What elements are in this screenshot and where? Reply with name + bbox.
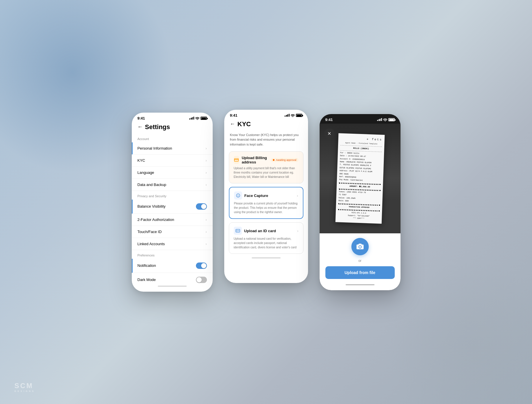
- kyc-status-bar: 9:41: [224, 110, 308, 119]
- back-arrow-icon[interactable]: ←: [138, 124, 143, 130]
- receipt-service: BILLS (IBEDC): [340, 146, 382, 151]
- id-card-title: Upload an ID card: [244, 229, 276, 233]
- billing-card-desc: Upload a utility payment bill that's not…: [234, 166, 299, 179]
- settings-phone: 9:41 ← Settings Account Personal Inform: [132, 113, 213, 292]
- settings-item-notification[interactable]: Notification: [132, 259, 213, 273]
- camera-battery-icon: .camera-phone .battery-icon::before { ba…: [388, 118, 395, 121]
- settings-status-icons: [189, 117, 207, 120]
- svg-point-2: [236, 194, 240, 197]
- face-card-desc: Please provide a current photo of yourse…: [234, 201, 298, 214]
- 2fa-chevron: ›: [205, 217, 207, 222]
- preferences-section-label: Preferences: [132, 250, 213, 259]
- privacy-section-label: Privacy and Security: [132, 191, 213, 200]
- upload-btn-label: Upload from file: [344, 270, 375, 275]
- kyc-card-upload-id[interactable]: Upload an ID card › Upload a national is…: [229, 222, 303, 254]
- kyc-back-arrow-icon[interactable]: ←: [230, 121, 235, 127]
- branding: SCM DESIGNS: [14, 382, 35, 392]
- data-backup-label: Data and Backup: [138, 183, 166, 187]
- personal-info-chevron: ›: [205, 146, 207, 150]
- kyc-status-icons: [285, 114, 302, 117]
- camera-status-icons: .camera-phone .battery-icon::before { ba…: [377, 118, 395, 121]
- balance-visibility-label: Balance Visibility: [138, 204, 166, 208]
- dark-mode-toggle[interactable]: [196, 277, 207, 283]
- settings-item-linked-accounts[interactable]: Linked Accounts ›: [132, 238, 213, 250]
- camera-icon: [356, 243, 364, 250]
- svg-point-4: [238, 195, 239, 196]
- settings-header: ← Settings: [132, 122, 213, 134]
- touch-face-id-chevron: ›: [205, 230, 207, 234]
- settings-title: Settings: [145, 123, 170, 131]
- svg-point-9: [359, 245, 361, 248]
- id-card-icon: [234, 227, 242, 235]
- kyc-signal-icon: [285, 114, 290, 117]
- battery-icon: [201, 117, 207, 120]
- camera-preview-area: ✈ fets Agent Name - Fintalend Template B…: [320, 124, 401, 233]
- kyc-header: ← KYC: [224, 119, 308, 131]
- camera-status-bar: 9:41 .camera-phone .battery-icon::before…: [320, 114, 401, 124]
- data-backup-chevron: ›: [205, 183, 207, 187]
- receipt-amount-label: AMOUNT: ₦5,000.00: [339, 184, 380, 189]
- settings-item-data-backup[interactable]: Data and Backup ›: [132, 179, 213, 191]
- kyc-title: KYC: [238, 120, 251, 128]
- camera-time: 9:41: [325, 118, 333, 122]
- branding-subtitle: DESIGNS: [14, 390, 35, 392]
- back-nav[interactable]: ← Settings: [138, 123, 207, 131]
- kyc-battery-icon: [296, 114, 302, 117]
- wifi-icon: [195, 117, 199, 120]
- receipt-details: For : IBEDC bills Date : 14/04/2022 08:4…: [339, 151, 382, 183]
- settings-time: 9:41: [138, 116, 145, 120]
- id-card-desc: Upload a national issued card for verifi…: [234, 237, 299, 250]
- kyc-wifi-icon: [291, 114, 295, 117]
- settings-item-touch-face-id[interactable]: Touch/Face ID ›: [132, 226, 213, 238]
- notification-toggle[interactable]: [196, 262, 207, 269]
- branding-logo: SCM: [14, 382, 35, 389]
- camera-close-button[interactable]: ✕: [324, 129, 335, 139]
- camera-wifi-icon: [383, 118, 387, 121]
- billing-card-icon: [234, 156, 240, 164]
- kyc-home-indicator: [252, 257, 281, 258]
- kyc-description: Know Your Customer (KYC) helps us protec…: [224, 131, 308, 152]
- settings-item-2fa[interactable]: 2-Factor Authorization ›: [132, 214, 213, 226]
- settings-item-balance-visibility[interactable]: Balance Visibility: [132, 200, 213, 214]
- face-card-icon: [234, 191, 242, 200]
- settings-item-personal-info[interactable]: Personal Information ›: [132, 142, 213, 154]
- receipt-approved: TRANSACTION APPROVED: [338, 205, 380, 209]
- settings-item-kyc[interactable]: KYC ›: [132, 154, 213, 167]
- camera-bottom-panel: or Upload from file: [320, 233, 401, 290]
- upload-from-file-button[interactable]: Upload from file: [325, 266, 395, 279]
- svg-point-6: [236, 230, 238, 231]
- settings-item-dark-mode[interactable]: Dark Mode: [132, 273, 213, 284]
- badge-dot: [273, 159, 275, 161]
- camera-home-indicator: [346, 284, 375, 285]
- kyc-back-nav[interactable]: ← KYC: [230, 120, 302, 128]
- language-label: Language: [138, 170, 154, 175]
- close-icon: ✕: [327, 131, 331, 136]
- screens-container: 9:41 ← Settings Account Personal Inform: [132, 113, 401, 292]
- kyc-card-upload-billing[interactable]: Upload Billing address Awaiting approval…: [229, 151, 303, 183]
- svg-point-3: [237, 195, 238, 196]
- billing-badge: Awaiting approval: [271, 158, 299, 162]
- camera-phone: 9:41 .camera-phone .battery-icon::before…: [320, 114, 401, 290]
- personal-info-label: Personal Information: [138, 146, 172, 150]
- account-section-label: Account: [132, 134, 213, 142]
- settings-status-bar: 9:41: [132, 113, 213, 122]
- face-card-title: Face Capture: [244, 193, 268, 198]
- camera-capture-button[interactable]: [351, 238, 369, 255]
- billing-card-title: Upload Billing address: [242, 156, 270, 164]
- kyc-label: KYC: [138, 158, 145, 163]
- kyc-chevron: ›: [205, 158, 207, 163]
- receipt-footer: FETS OTC 2.0.6 Support: "04*1012360" ***…: [338, 211, 380, 221]
- linked-accounts-chevron: ›: [205, 242, 207, 246]
- kyc-time: 9:41: [230, 113, 238, 118]
- language-chevron: ›: [205, 170, 207, 175]
- kyc-card-face-capture[interactable]: Face Capture › Please provide a current …: [229, 187, 303, 219]
- notification-label: Notification: [138, 263, 156, 268]
- signal-icon: [189, 117, 194, 120]
- linked-accounts-label: Linked Accounts: [138, 242, 165, 246]
- svg-rect-1: [234, 159, 238, 160]
- dark-mode-label: Dark Mode: [138, 278, 156, 282]
- face-card-chevron: ›: [297, 193, 298, 198]
- balance-visibility-toggle[interactable]: [196, 203, 207, 210]
- settings-item-language[interactable]: Language ›: [132, 167, 213, 179]
- id-card-chevron: ›: [297, 229, 298, 233]
